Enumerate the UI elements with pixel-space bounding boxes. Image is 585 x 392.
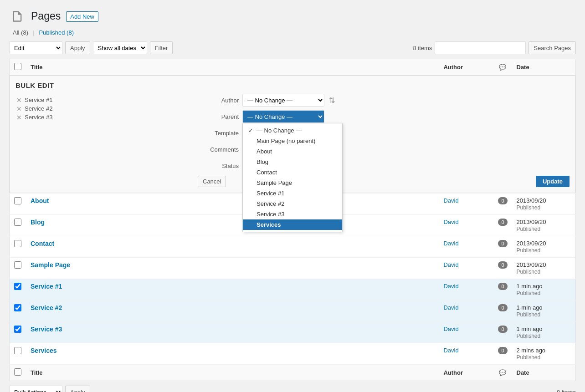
row-title-cell: Service #1 <box>26 279 439 300</box>
page-link-about[interactable]: About <box>31 197 49 204</box>
page-link-sample[interactable]: Sample Page <box>31 261 70 269</box>
page-link-services[interactable]: Services <box>31 347 57 354</box>
row-title-cell: About <box>26 193 439 215</box>
pages-icon <box>9 8 26 25</box>
row-checkbox[interactable] <box>14 197 21 204</box>
author-link[interactable]: David <box>443 283 458 290</box>
row-date-cell: 2013/09/20Published <box>512 236 576 258</box>
row-checkbox[interactable] <box>14 326 21 333</box>
select-all-checkbox[interactable] <box>14 63 21 70</box>
bulk-titles-list: ✕ Service #1 ✕ Service #2 ✕ <box>15 94 189 123</box>
apply-button-top[interactable]: Apply <box>65 41 90 54</box>
row-date-cell: 2013/09/20Published <box>512 258 576 279</box>
row-date-cell: 1 min agoPublished <box>512 322 576 343</box>
row-author-cell: David <box>439 193 493 215</box>
row-comments-cell: 0 <box>493 300 512 322</box>
bulk-action-select[interactable]: Edit Move to Trash <box>9 41 62 54</box>
comment-count: 0 <box>498 261 507 269</box>
apply-button-bottom[interactable]: Apply <box>65 386 90 392</box>
row-title-cell: Sample Page <box>26 258 439 279</box>
page-link-service1[interactable]: Service #1 <box>31 283 62 290</box>
row-title-cell: Services <box>26 343 439 365</box>
remove-item-button-3[interactable]: ✕ <box>15 114 23 121</box>
page-title: Pages <box>31 10 61 23</box>
author-link[interactable]: David <box>443 197 458 204</box>
tab-all[interactable]: All (8) <box>9 27 32 38</box>
col-header-comments: 💬 <box>493 59 512 76</box>
page-link-service3[interactable]: Service #3 <box>31 326 62 333</box>
row-comments-cell: 0 <box>493 215 512 236</box>
row-comments-cell: 0 <box>493 236 512 258</box>
author-link[interactable]: David <box>443 304 458 311</box>
search-input[interactable] <box>435 41 526 54</box>
col-header-checkbox <box>10 59 26 76</box>
row-comments-cell: 0 <box>493 258 512 279</box>
table-row: Sample Page David 0 2013/09/20Published <box>10 258 576 279</box>
author-link[interactable]: David <box>443 347 458 354</box>
row-comments-cell: 0 <box>493 279 512 300</box>
table-row: Service #3 David 0 1 min agoPublished <box>10 322 576 343</box>
cancel-button[interactable]: Cancel <box>198 176 226 187</box>
row-author-cell: David <box>439 258 493 279</box>
bulk-edit-selected-list: ✕ Service #1 ✕ Service #2 ✕ <box>15 94 189 187</box>
author-select[interactable]: — No Change — David <box>242 94 324 107</box>
parent-option-service-2[interactable]: Service #2 <box>243 199 342 209</box>
row-author-cell: David <box>439 279 493 300</box>
row-checkbox[interactable] <box>14 283 21 290</box>
author-link[interactable]: David <box>443 219 458 225</box>
parent-option-services[interactable]: Services <box>243 219 342 230</box>
comments-label: Comments <box>198 146 239 153</box>
row-checkbox[interactable] <box>14 347 21 354</box>
page-link-service2[interactable]: Service #2 <box>31 304 62 311</box>
row-title-cell: Service #2 <box>26 300 439 322</box>
add-new-button[interactable]: Add New <box>66 11 98 22</box>
parent-option-contact[interactable]: Contact <box>243 167 342 178</box>
row-checkbox-cell <box>10 343 26 365</box>
status-label: Status <box>198 163 239 169</box>
row-checkbox-cell <box>10 322 26 343</box>
page-link-blog[interactable]: Blog <box>31 219 45 226</box>
col-header-title: Title <box>26 59 439 76</box>
parent-option-blog[interactable]: Blog <box>243 157 342 167</box>
table-row: Contact David 0 2013/09/20Published <box>10 236 576 258</box>
filter-button[interactable]: Filter <box>150 41 173 54</box>
author-link[interactable]: David <box>443 326 458 332</box>
items-count-top: 8 items <box>413 45 432 51</box>
date-filter-select[interactable]: Show all dates <box>93 41 147 54</box>
row-checkbox[interactable] <box>14 219 21 226</box>
comment-count: 0 <box>498 326 507 333</box>
pages-table: Title Author 💬 Date BULK EDIT <box>9 59 576 381</box>
parent-option-main-page[interactable]: Main Page (no parent) <box>243 136 342 146</box>
row-comments-cell: 0 <box>493 322 512 343</box>
comment-count: 0 <box>498 219 507 226</box>
parent-option-service-3[interactable]: Service #3 <box>243 209 342 219</box>
items-count-bottom: 8 items <box>557 389 576 392</box>
parent-select[interactable]: — No Change — <box>242 110 324 123</box>
row-checkbox-cell <box>10 279 26 300</box>
parent-option-no-change[interactable]: ✓ — No Change — <box>243 125 342 136</box>
bulk-action-select-bottom[interactable]: Bulk Actions Edit Move to Trash <box>9 386 62 392</box>
search-pages-button[interactable]: Search Pages <box>529 41 576 54</box>
bulk-edit-title: BULK EDIT <box>15 81 570 89</box>
template-label: Template <box>198 130 239 137</box>
author-link[interactable]: David <box>443 261 458 268</box>
parent-option-service-1[interactable]: Service #1 <box>243 188 342 199</box>
parent-dropdown-wrap: — No Change — ✓ — No Ch <box>242 110 324 123</box>
remove-item-button-2[interactable]: ✕ <box>15 106 23 112</box>
page-link-contact[interactable]: Contact <box>31 240 54 247</box>
author-link[interactable]: David <box>443 240 458 247</box>
parent-option-about[interactable]: About <box>243 146 342 157</box>
parent-option-sample-page[interactable]: Sample Page <box>243 178 342 188</box>
table-row: Services David 0 2 mins agoPublished <box>10 343 576 365</box>
update-button[interactable]: Update <box>536 176 570 187</box>
tab-published[interactable]: Published (8) <box>35 27 77 38</box>
remove-item-button-1[interactable]: ✕ <box>15 97 23 103</box>
row-checkbox[interactable] <box>14 240 21 247</box>
row-date-cell: 1 min agoPublished <box>512 279 576 300</box>
row-title-cell: Blog <box>26 215 439 236</box>
row-checkbox[interactable] <box>14 304 21 311</box>
select-all-checkbox-bottom[interactable] <box>14 368 21 376</box>
row-checkbox[interactable] <box>14 261 21 269</box>
row-author-cell: David <box>439 300 493 322</box>
row-author-cell: David <box>439 236 493 258</box>
